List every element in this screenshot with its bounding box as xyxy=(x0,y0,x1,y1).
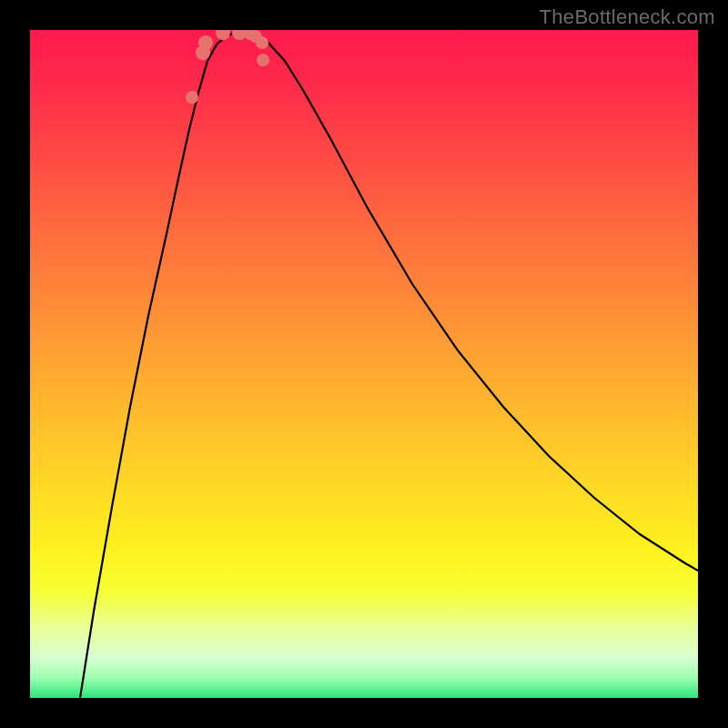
curve-marker xyxy=(216,30,230,40)
plot-area xyxy=(30,30,698,698)
curve-marker xyxy=(256,36,268,49)
curve-marker xyxy=(186,91,198,104)
curve-marker xyxy=(257,54,269,66)
chart-stage: TheBottleneck.com xyxy=(0,0,728,728)
bottleneck-curve xyxy=(80,33,698,698)
curve-marker xyxy=(198,35,213,50)
watermark-text: TheBottleneck.com xyxy=(540,5,715,29)
curve-overlay xyxy=(30,30,698,698)
